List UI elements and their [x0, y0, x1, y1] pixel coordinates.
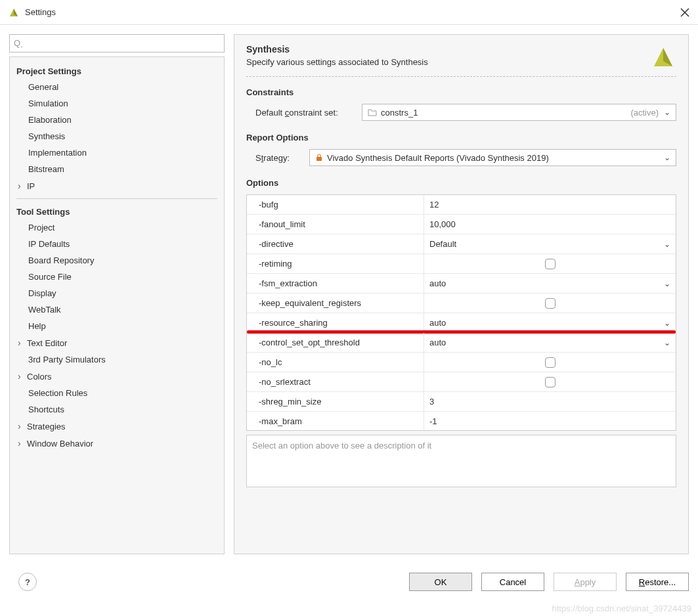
page-title: Synthesis — [246, 44, 650, 55]
sidebar-item-display[interactable]: Display — [10, 285, 224, 301]
sidebar-item-window-behavior[interactable]: Window Behavior — [10, 435, 224, 452]
constraint-row: Default constraint set: constrs_1 (activ… — [246, 104, 676, 121]
option-value-text: auto — [429, 278, 446, 288]
checkbox[interactable] — [545, 298, 556, 309]
constraint-value: constrs_1 — [381, 108, 630, 118]
constraint-dropdown[interactable]: constrs_1 (active) ⌄ — [362, 104, 676, 121]
option-value[interactable]: 10,000 — [424, 215, 676, 234]
sidebar-item-general[interactable]: General — [10, 79, 224, 95]
option-value-text: -1 — [429, 416, 437, 426]
restore-button[interactable]: Restore... — [626, 573, 689, 591]
option-row[interactable]: -no_srlextract — [247, 372, 676, 392]
strategy-row: Strategy: Vivado Synthesis Default Repor… — [246, 149, 676, 166]
options-header: Options — [246, 178, 676, 188]
sidebar-item-ip-defaults[interactable]: IP Defaults — [10, 236, 224, 252]
sidebar-item-colors[interactable]: Colors — [10, 368, 224, 385]
option-row[interactable]: -no_lc — [247, 353, 676, 372]
ok-button[interactable]: OK — [409, 573, 472, 591]
option-row[interactable]: -keep_equivalent_registers — [247, 294, 676, 313]
option-name: -bufg — [247, 195, 424, 214]
option-value-text: Default — [429, 239, 456, 249]
search-icon: Q˯ — [14, 38, 23, 49]
option-name: -no_lc — [247, 353, 424, 372]
checkbox[interactable] — [545, 259, 556, 269]
content-area: Q˯ Project Settings GeneralSimulationEla… — [0, 25, 698, 563]
option-value[interactable]: 12 — [424, 195, 676, 214]
option-row[interactable]: -bufg12 — [247, 195, 676, 215]
sidebar-item-source-file[interactable]: Source File — [10, 269, 224, 285]
sidebar-divider — [16, 198, 217, 199]
option-description: Select an option above to see a descript… — [246, 435, 676, 487]
option-row[interactable]: -retiming — [247, 254, 676, 274]
sidebar-item-ip[interactable]: IP — [10, 177, 224, 194]
constraint-label: Default constraint set: — [255, 108, 354, 118]
option-value[interactable]: -1 — [424, 412, 676, 431]
option-row[interactable]: -fsm_extractionauto⌄ — [247, 274, 676, 294]
strategy-dropdown[interactable]: Vivado Synthesis Default Reports (Vivado… — [309, 149, 676, 166]
vivado-logo-icon — [650, 44, 676, 70]
window-title: Settings — [25, 7, 680, 17]
chevron-down-icon: ⌄ — [664, 240, 670, 249]
sidebar-item-text-editor[interactable]: Text Editor — [10, 334, 224, 351]
option-row[interactable]: -fanout_limit10,000 — [247, 215, 676, 234]
options-table[interactable]: -bufg12-fanout_limit10,000-directiveDefa… — [246, 194, 676, 431]
constraint-status: (active) — [630, 108, 659, 118]
sidebar-item-help[interactable]: Help — [10, 318, 224, 334]
sidebar-item-implementation[interactable]: Implementation — [10, 144, 224, 161]
page-subtitle: Specify various settings associated to S… — [246, 57, 650, 67]
sidebar-tree: Project Settings GeneralSimulationElabor… — [9, 56, 225, 554]
checkbox[interactable] — [545, 357, 556, 368]
titlebar: Settings — [0, 0, 698, 25]
header-divider — [246, 76, 676, 77]
search-box[interactable]: Q˯ — [9, 34, 225, 53]
option-row[interactable]: -shreg_min_size3 — [247, 392, 676, 412]
project-settings-header: Project Settings — [10, 62, 224, 79]
option-value-text: 3 — [429, 397, 434, 407]
option-value[interactable]: auto⌄ — [424, 274, 676, 293]
button-row: ? OK Cancel Apply Restore... — [0, 563, 698, 591]
sidebar-item-bitstream[interactable]: Bitstream — [10, 161, 224, 177]
option-value[interactable] — [424, 294, 676, 313]
sidebar-item-shortcuts[interactable]: Shortcuts — [10, 401, 224, 418]
apply-button[interactable]: Apply — [554, 573, 617, 591]
strategy-value: Vivado Synthesis Default Reports (Vivado… — [327, 153, 664, 163]
constraints-header: Constraints — [246, 87, 676, 97]
option-name: -keep_equivalent_registers — [247, 294, 424, 313]
option-row[interactable]: -max_bram-1 — [247, 412, 676, 431]
close-icon[interactable] — [680, 7, 690, 18]
option-value-text: auto — [429, 318, 446, 328]
sidebar-item-board-repository[interactable]: Board Repository — [10, 252, 224, 269]
sidebar-item-3rd-party-simulators[interactable]: 3rd Party Simulators — [10, 351, 224, 368]
sidebar-item-project[interactable]: Project — [10, 219, 224, 236]
option-value[interactable]: auto⌄ — [424, 333, 676, 352]
sidebar-item-webtalk[interactable]: WebTalk — [10, 301, 224, 318]
help-button[interactable]: ? — [18, 573, 37, 591]
option-name: -max_bram — [247, 412, 424, 431]
chevron-down-icon: ⌄ — [664, 338, 670, 347]
tool-settings-header: Tool Settings — [10, 203, 224, 219]
option-value[interactable]: 3 — [424, 392, 676, 411]
sidebar-item-synthesis[interactable]: Synthesis — [10, 128, 224, 144]
lock-icon — [315, 154, 323, 162]
option-value[interactable]: auto⌄ — [424, 313, 676, 332]
option-value[interactable] — [424, 353, 676, 372]
folder-icon — [368, 108, 377, 116]
options-container: -bufg12-fanout_limit10,000-directiveDefa… — [246, 194, 676, 544]
option-value-text: 12 — [429, 200, 439, 209]
search-input[interactable] — [26, 39, 220, 49]
option-value[interactable] — [424, 372, 676, 391]
option-row[interactable]: -resource_sharingauto⌄ — [247, 313, 676, 333]
option-value[interactable] — [424, 254, 676, 273]
option-value-text: auto — [429, 338, 446, 347]
sidebar-item-strategies[interactable]: Strategies — [10, 418, 224, 435]
checkbox[interactable] — [545, 377, 556, 387]
main-panel: Synthesis Specify various settings assoc… — [234, 34, 689, 554]
cancel-button[interactable]: Cancel — [481, 573, 544, 591]
sidebar-item-simulation[interactable]: Simulation — [10, 95, 224, 112]
option-value[interactable]: Default⌄ — [424, 234, 676, 253]
sidebar-item-selection-rules[interactable]: Selection Rules — [10, 385, 224, 401]
option-row[interactable]: -directiveDefault⌄ — [247, 234, 676, 254]
sidebar-item-elaboration[interactable]: Elaboration — [10, 112, 224, 128]
option-name: -fsm_extraction — [247, 274, 424, 293]
option-row[interactable]: -control_set_opt_thresholdauto⌄ — [247, 333, 676, 353]
